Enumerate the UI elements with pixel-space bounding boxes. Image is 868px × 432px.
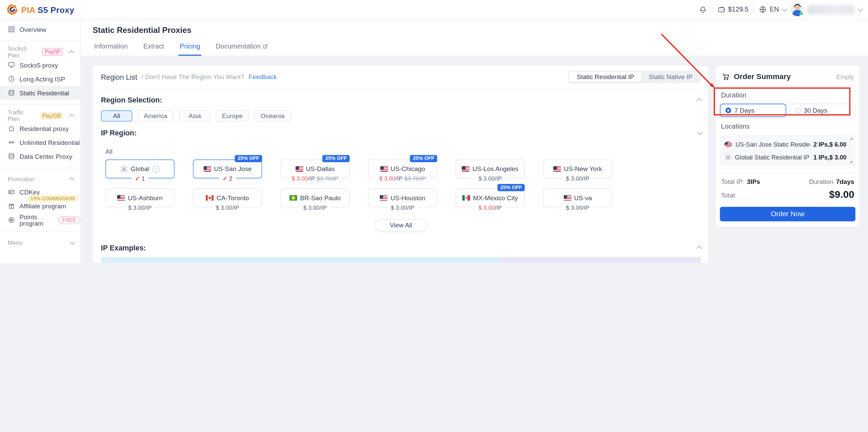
globe-icon xyxy=(759,5,767,13)
bell-icon[interactable] xyxy=(699,5,707,14)
us-flag-icon xyxy=(380,166,388,172)
gift-icon xyxy=(8,202,15,209)
order-summary-title: Order Summary xyxy=(734,73,791,81)
divider xyxy=(719,173,856,173)
region-name: CA-Toronto xyxy=(217,194,249,201)
sidebar-item-residential-proxy[interactable]: Residential proxy xyxy=(0,121,80,135)
commission-badge: 10% COMMISSION xyxy=(27,195,78,202)
region-price: $ 3.00/IP xyxy=(125,204,155,211)
empty-label[interactable]: Empty xyxy=(836,73,854,80)
us-flag-icon xyxy=(553,166,561,172)
tab-documentation[interactable]: Documentation xyxy=(215,40,270,56)
collapse-icon[interactable] xyxy=(696,98,702,104)
sidebar-item-long-acting-isp[interactable]: Long Acting ISP xyxy=(0,72,80,86)
sidebar-item-socks5-proxy[interactable]: Socks5 proxy xyxy=(0,58,80,72)
divider xyxy=(0,231,80,232)
info-icon[interactable]: ? xyxy=(152,165,159,172)
sidebar-item-label: Socks5 proxy xyxy=(19,62,58,69)
us-flag-icon xyxy=(295,166,303,172)
radio-icon xyxy=(725,108,731,113)
scroll-up-icon[interactable] xyxy=(850,137,853,140)
selection-order: ✓1 xyxy=(132,175,148,182)
selection-order: ✓2 xyxy=(219,175,236,182)
grid-icon xyxy=(8,26,15,33)
category-pill-asia[interactable]: Asia xyxy=(179,110,210,121)
region-card-us-va[interactable]: US-va$ 3.00/IP xyxy=(543,188,612,207)
region-card-br-sao-paulo[interactable]: BR-Sao Paulo$ 3.00/IP xyxy=(280,188,350,207)
locations-scrollbar[interactable] xyxy=(849,137,854,164)
location-item[interactable]: US-San Jose Static Residential IP 2 IPs,… xyxy=(724,138,847,151)
region-card-us-san-jose[interactable]: 25% OFFUS-San Jose✓2 xyxy=(193,159,262,179)
category-pill-europe[interactable]: Europe xyxy=(216,110,249,121)
toggle-static-native-ip[interactable]: Static Native IP xyxy=(642,72,700,82)
globe-icon xyxy=(724,153,732,161)
region-panel: Region List / Don't Have The Region You … xyxy=(93,66,708,263)
region-card-us-chicago[interactable]: 25% OFFUS-Chicago$ 3.00/IP$3.70/IP xyxy=(368,159,437,179)
region-card-us-los-angeles[interactable]: US-Los Angeles$ 3.00/IP xyxy=(456,159,525,179)
total-ip-value: 3IPs xyxy=(747,179,760,185)
old-price: $3.70/IP xyxy=(317,175,338,182)
location-amount: 1 IPs,$ 3.00 xyxy=(813,154,846,161)
region-price: $ 3.00/IP xyxy=(300,204,330,211)
infinity-icon xyxy=(8,139,15,146)
br-flag-icon xyxy=(290,195,297,201)
user-menu[interactable] xyxy=(791,3,862,16)
sidebar: OverviewSocks5 PlanPay/IPSocks5 proxyLon… xyxy=(0,19,81,263)
category-pill-america[interactable]: America xyxy=(138,110,173,121)
duration-option-7-days[interactable]: 7 Days xyxy=(720,104,786,117)
divider xyxy=(0,41,80,41)
location-item[interactable]: Global Static Residential IP 1 IPs,$ 3.0… xyxy=(724,151,847,164)
discount-badge: 25% OFF xyxy=(322,155,350,162)
region-card-mx-mexico-city[interactable]: 25% OFFMX-Mexico City$ 3.00/IP xyxy=(456,188,525,207)
region-card-ca-toronto[interactable]: CA-Toronto$ 3.00/IP xyxy=(193,188,262,207)
category-pill-all[interactable]: All xyxy=(101,110,132,121)
ip-examples-header: IP Examples: xyxy=(101,244,701,252)
sidebar-item-affiliate-program[interactable]: Affiliate program10% COMMISSION xyxy=(0,199,80,213)
sidebar-item-unlimited-residential[interactable]: Unlimited Residential xyxy=(0,135,80,149)
wallet-balance[interactable]: $129.5 xyxy=(718,5,749,13)
sidebar-section-traffic-plan[interactable]: Traffic PlanPay/GB xyxy=(0,109,80,121)
sidebar-section-promotion[interactable]: Promotion xyxy=(0,173,80,185)
sidebar-section-menu[interactable]: Menu xyxy=(0,237,80,249)
sidebar-item-data-center-proxy[interactable]: Data Center Proxy xyxy=(0,149,80,163)
collapse-icon[interactable] xyxy=(696,246,702,251)
sidebar-item-static-residential[interactable]: Static Residential xyxy=(0,86,80,100)
tab-pricing[interactable]: Pricing xyxy=(179,40,201,56)
feedback-link[interactable]: Feedback xyxy=(248,74,277,80)
region-card-global[interactable]: Global?✓1 xyxy=(105,159,174,179)
tab-extract[interactable]: Extract xyxy=(142,40,165,56)
region-card-us-houston[interactable]: US-Houston$ 3.00/IP xyxy=(368,188,437,207)
scroll-down-icon[interactable] xyxy=(850,161,853,164)
region-card-us-ashburn[interactable]: US-Ashburn$ 3.00/IP xyxy=(105,188,174,207)
language-selector[interactable]: EN xyxy=(759,5,786,13)
region-card-us-new-york[interactable]: US-New York$ 3.00/IP xyxy=(543,159,612,179)
toggle-static-residential-ip[interactable]: Static Residential IP xyxy=(570,72,642,82)
region-group-label: All xyxy=(105,148,701,155)
sidebar-item-overview[interactable]: Overview xyxy=(0,22,80,36)
order-now-button[interactable]: Order Now xyxy=(720,207,855,221)
region-name: BR-Sao Paulo xyxy=(300,194,341,201)
view-all-button[interactable]: View All xyxy=(375,219,427,231)
ip-region-header: IP Region: xyxy=(101,129,701,137)
category-pill-oceania[interactable]: Oceania xyxy=(255,110,291,121)
duration-summary-value: 7days xyxy=(836,179,854,185)
brand-logo[interactable]: PIA S5 Proxy xyxy=(0,4,74,15)
chevron-down-icon xyxy=(70,239,75,244)
sidebar-section-socks5-plan[interactable]: Socks5 PlanPay/IP xyxy=(0,46,80,58)
wallet-icon xyxy=(718,5,725,13)
content-area: Region List / Don't Have The Region You … xyxy=(81,56,868,263)
ip-examples-title: IP Examples: xyxy=(101,244,146,252)
sidebar-item-label: Unlimited Residential xyxy=(19,139,79,146)
duration-option-30-days[interactable]: 30 Days xyxy=(789,104,855,117)
sidebar-item-points-program[interactable]: Points programFREE xyxy=(0,213,80,227)
cdkey-icon xyxy=(8,188,15,195)
region-card-us-dallas[interactable]: 25% OFFUS-Dallas$ 3.00/IP$3.70/IP xyxy=(280,159,350,179)
online-status-dot xyxy=(800,12,804,16)
region-price: $ 3.00/IP$3.70/IP xyxy=(288,175,342,182)
region-card-grid: Global?✓125% OFFUS-San Jose✓225% OFFUS-D… xyxy=(105,159,613,207)
expand-icon[interactable] xyxy=(697,129,702,135)
mx-flag-icon xyxy=(462,195,470,201)
tab-information[interactable]: Information xyxy=(93,40,129,56)
region-name: US-San Jose xyxy=(214,166,252,172)
old-price: $3.70/IP xyxy=(404,175,426,182)
